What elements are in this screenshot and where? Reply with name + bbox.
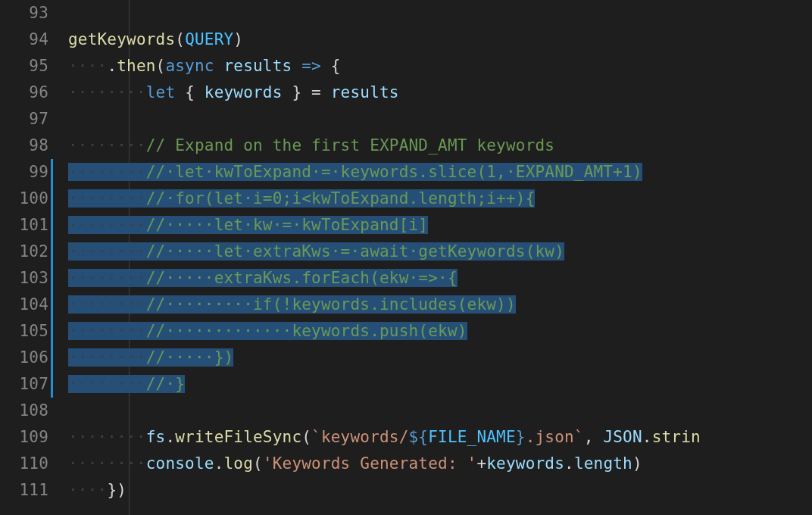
line-number: 93 [0,0,48,27]
line-number: 100 [0,186,48,212]
line-number: 106 [0,345,48,371]
code-editor[interactable]: 93 94 95 96 97 98 99 100 101 102 103 104… [0,0,812,515]
line-number: 98 [0,133,48,159]
code-area[interactable]: getKeywords(QUERY) ····.then(async resul… [68,0,812,515]
code-line[interactable]: ········console.log('Keywords Generated:… [68,451,812,477]
code-line[interactable]: ········//·····let·extraKws·=·await·getK… [68,239,812,265]
line-number: 97 [0,106,48,133]
line-number: 109 [0,424,48,451]
line-number: 108 [0,398,48,424]
code-line[interactable]: getKeywords(QUERY) [68,27,812,53]
code-line[interactable]: ········//·····let·kw·=·kwToExpand[i] [68,212,812,239]
code-line[interactable]: ········//·········if(!keywords.includes… [68,292,812,318]
line-number: 102 [0,239,48,265]
code-line[interactable]: ········//·let·kwToExpand·=·keywords.sli… [68,159,812,186]
line-number: 111 [0,477,48,504]
line-number: 105 [0,318,48,345]
code-line[interactable]: ········//·············keywords.push(ekw… [68,318,812,345]
code-line[interactable] [68,0,812,27]
line-number: 104 [0,292,48,318]
code-line[interactable]: ········//·for(let·i=0;i<kwToExpand.leng… [68,186,812,212]
code-line[interactable]: ····}) [68,477,812,504]
line-number: 95 [0,53,48,80]
line-number-gutter: 93 94 95 96 97 98 99 100 101 102 103 104… [0,0,68,515]
line-number: 94 [0,27,48,53]
code-line[interactable]: ········//·} [68,371,812,398]
code-line[interactable] [68,106,812,133]
line-number: 103 [0,265,48,292]
code-line[interactable]: ········//·····}) [68,345,812,371]
code-line[interactable]: ········let { keywords } = results [68,80,812,106]
line-number: 96 [0,80,48,106]
code-line[interactable]: ········fs.writeFileSync(`keywords/${FIL… [68,424,812,451]
code-line[interactable] [68,398,812,424]
line-number: 107 [0,371,48,398]
line-number: 110 [0,451,48,477]
code-line[interactable]: ········//·····extraKws.forEach(ekw·=>·{ [68,265,812,292]
code-line[interactable]: ····.then(async results => { [68,53,812,80]
line-number: 101 [0,212,48,239]
line-number: 99 [0,159,48,186]
code-line[interactable]: ········// Expand on the first EXPAND_AM… [68,133,812,159]
